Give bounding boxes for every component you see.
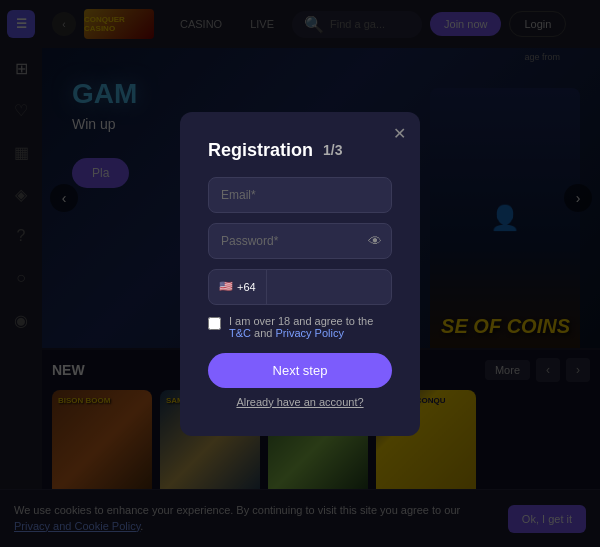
password-wrapper: 👁	[208, 223, 392, 259]
modal-close-button[interactable]: ✕	[393, 124, 406, 143]
phone-flag[interactable]: 🇺🇸 +64	[209, 270, 267, 304]
email-input[interactable]	[208, 177, 392, 213]
terms-checkbox-row: I am over 18 and agree to the T&C and Pr…	[208, 315, 392, 339]
password-toggle-icon[interactable]: 👁	[368, 233, 382, 249]
terms-checkbox[interactable]	[208, 317, 221, 330]
next-step-button[interactable]: Next step	[208, 353, 392, 388]
modal-title: Registration 1/3	[208, 140, 392, 161]
terms-text: I am over 18 and agree to the T&C and Pr…	[229, 315, 392, 339]
already-account-link[interactable]: Already have an account?	[208, 396, 392, 408]
modal-overlay: ✕ Registration 1/3 👁 🇺🇸 +64 I am ove	[0, 0, 600, 547]
registration-form: 👁 🇺🇸 +64 I am over 18 and agree to the T…	[208, 177, 392, 388]
tc-link[interactable]: T&C	[229, 327, 251, 339]
phone-input[interactable]	[267, 270, 392, 304]
privacy-link[interactable]: Privacy Policy	[275, 327, 343, 339]
password-input[interactable]	[208, 223, 392, 259]
modal-step: 1/3	[323, 142, 342, 158]
registration-modal: ✕ Registration 1/3 👁 🇺🇸 +64 I am ove	[180, 112, 420, 436]
phone-wrapper: 🇺🇸 +64	[208, 269, 392, 305]
